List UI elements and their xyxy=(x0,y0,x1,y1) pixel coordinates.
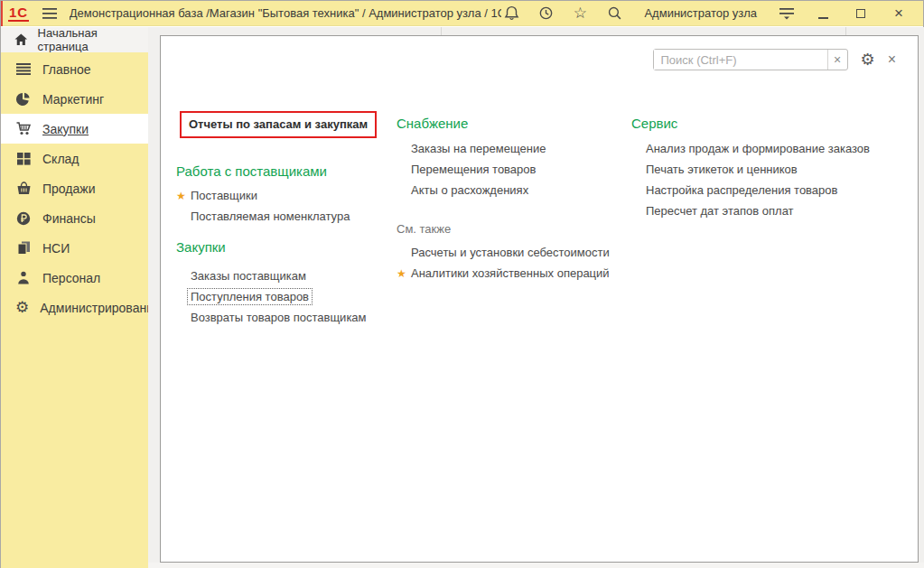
ruble-icon xyxy=(15,210,32,226)
sidebar-item-label: Финансы xyxy=(42,211,96,226)
command-label-focused: Поступления товаров xyxy=(187,288,313,305)
link-payment-dates-recalculation[interactable]: Пересчет дат этапов оплат xyxy=(631,200,902,221)
command-label: Настройка распределения товаров xyxy=(646,183,837,197)
favorites-button[interactable]: ☆ xyxy=(570,4,590,23)
sidebar-item-label: Маркетинг xyxy=(42,92,104,107)
link-label-price-tag-printing[interactable]: Печать этикеток и ценников xyxy=(631,159,902,180)
section-title-service: Сервис xyxy=(631,115,902,133)
sidebar-item-label: Администрирование xyxy=(40,301,161,315)
history-button[interactable] xyxy=(536,4,555,23)
service-menu-button[interactable] xyxy=(777,4,797,23)
link-sales-analysis-order-forming[interactable]: Анализ продаж и формирование заказов xyxy=(631,138,902,159)
bell-icon xyxy=(504,5,519,21)
command-label: Заказы поставщикам xyxy=(191,269,306,283)
global-search-button[interactable] xyxy=(604,4,624,23)
search-icon xyxy=(607,5,622,21)
pie-chart-icon xyxy=(15,91,32,107)
link-supplier-orders[interactable]: Заказы поставщикам xyxy=(176,265,391,286)
sidebar-item-main[interactable]: Главное xyxy=(1,54,148,84)
command-label: Пересчет дат этапов оплат xyxy=(646,204,794,218)
close-window-button[interactable]: × xyxy=(887,4,910,23)
command-label: Поставляемая номенклатура xyxy=(191,210,350,223)
home-page-tab[interactable]: Начальная страница xyxy=(1,27,148,52)
sidebar-panel-gap xyxy=(148,27,160,568)
cart-icon xyxy=(15,121,32,136)
panel-column-3: Сервис Анализ продаж и формирование зака… xyxy=(631,36,902,221)
maximize-icon xyxy=(856,9,865,18)
sidebar-item-sales[interactable]: Продажи xyxy=(1,173,148,203)
history-clock-icon xyxy=(538,5,554,21)
command-label: Перемещения товаров xyxy=(411,163,536,176)
command-label: Анализ продаж и формирование заказов xyxy=(646,142,870,155)
link-business-operation-analytics[interactable]: ★ Аналитики хозяйственных операций xyxy=(397,263,630,284)
command-label: Аналитики хозяйственных операций xyxy=(411,266,610,280)
section-title-supply: Снабжение xyxy=(397,115,630,133)
tab-divider xyxy=(441,27,442,35)
window-accent-edge xyxy=(1,1,3,26)
sidebar-item-finance[interactable]: Финансы xyxy=(1,203,148,233)
command-label: Поставщики xyxy=(191,189,257,202)
title-bar: 1С Демонстрационная база /Магазин "Бытов… xyxy=(1,1,923,26)
minimize-icon xyxy=(818,17,828,19)
panel-column-1: Отчеты по запасам и закупкам Работа с по… xyxy=(176,36,391,328)
link-suppliers[interactable]: ★ Поставщики xyxy=(176,185,391,206)
right-margin xyxy=(919,27,924,568)
purchases-function-panel: × ⚙ × Отчеты по запасам и закупкам Работ… xyxy=(160,35,919,563)
sidebar-item-personnel[interactable]: Персонал xyxy=(1,263,148,293)
maximize-button[interactable] xyxy=(849,4,873,23)
command-label: Заказы на перемещение xyxy=(411,142,546,155)
basket-icon xyxy=(15,181,32,196)
window-title: Демонстрационная база /Магазин "Бытовая … xyxy=(70,6,502,20)
menu-icon xyxy=(15,61,32,77)
section-title-purchases: Закупки xyxy=(176,238,391,256)
sidebar-item-purchases[interactable]: Закупки xyxy=(1,114,148,144)
sidebar-item-label: Персонал xyxy=(42,271,100,285)
favorite-star-icon: ★ xyxy=(176,190,191,202)
sidebar-item-warehouse[interactable]: Склад xyxy=(1,144,148,173)
link-cost-calculations[interactable]: Расчеты и установки себестоимости xyxy=(397,242,630,263)
minimize-button[interactable] xyxy=(811,4,835,23)
gear-icon: ⚙ xyxy=(15,300,29,315)
home-icon xyxy=(14,33,28,46)
sidebar-item-label: Закупки xyxy=(42,122,89,136)
command-label: Возвраты товаров поставщикам xyxy=(191,311,367,324)
section-title-see-also: См. также xyxy=(397,220,630,238)
star-outline-icon: ☆ xyxy=(574,5,587,21)
link-goods-distribution-settings[interactable]: Настройка распределения товаров xyxy=(631,180,902,200)
notifications-button[interactable] xyxy=(501,4,521,23)
app-window: 1С Демонстрационная база /Магазин "Бытов… xyxy=(0,0,924,568)
link-goods-transfers[interactable]: Перемещения товаров xyxy=(397,159,630,180)
documents-icon xyxy=(15,240,32,256)
grid-icon xyxy=(15,151,32,166)
current-user[interactable]: Администратор узла xyxy=(644,6,757,20)
link-transfer-orders[interactable]: Заказы на перемещение xyxy=(397,138,630,159)
command-label: Расчеты и установки себестоимости xyxy=(411,246,610,259)
sidebar-item-label: Главное xyxy=(42,62,91,77)
sidebar-item-label: НСИ xyxy=(42,241,70,256)
tab-strip xyxy=(148,27,924,35)
main-menu-button[interactable] xyxy=(42,4,59,23)
1c-logo: 1С xyxy=(8,5,29,22)
sidebar-item-nsi[interactable]: НСИ xyxy=(1,233,148,263)
link-goods-returns-to-suppliers[interactable]: Возвраты товаров поставщикам xyxy=(176,307,391,328)
service-menu-icon xyxy=(779,7,794,20)
command-label: Акты о расхождениях xyxy=(411,183,528,197)
hamburger-icon xyxy=(42,8,57,19)
section-title-suppliers-work: Работа с поставщиками xyxy=(176,163,391,181)
sidebar-item-label: Склад xyxy=(42,152,79,166)
sidebar-item-marketing[interactable]: Маркетинг xyxy=(1,84,148,114)
link-supplied-nomenclature[interactable]: Поставляемая номенклатура xyxy=(176,206,391,227)
favorite-star-icon: ★ xyxy=(397,267,411,280)
panel-column-2: Снабжение Заказы на перемещение Перемеще… xyxy=(397,36,630,284)
close-icon: × xyxy=(894,5,903,21)
sections-sidebar: Главное Маркетинг Закупки xyxy=(1,52,148,568)
home-page-label: Начальная страница xyxy=(38,26,148,53)
sidebar-item-administration[interactable]: ⚙ Администрирование xyxy=(1,293,148,322)
link-goods-receipts[interactable]: Поступления товаров xyxy=(176,286,391,307)
sidebar-item-label: Продажи xyxy=(42,182,95,196)
person-icon xyxy=(15,270,32,285)
highlighted-command-reports[interactable]: Отчеты по запасам и закупкам xyxy=(180,111,377,138)
link-discrepancy-acts[interactable]: Акты о расхождениях xyxy=(397,180,630,200)
command-label: Печать этикеток и ценников xyxy=(646,163,798,176)
tab-divider xyxy=(845,27,846,35)
